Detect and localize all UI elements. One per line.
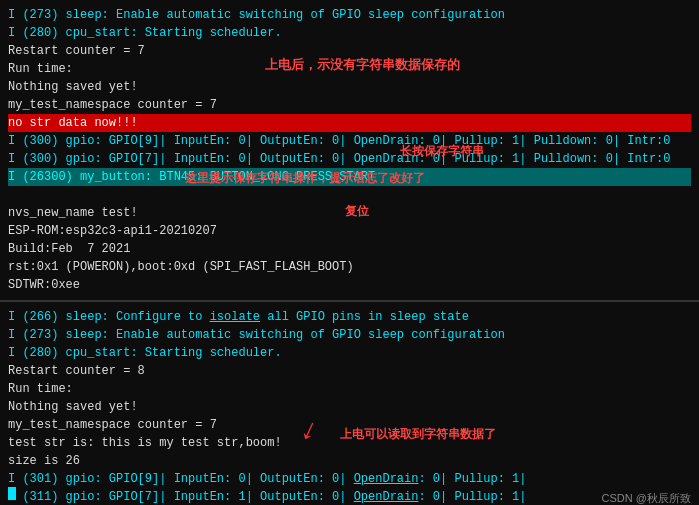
bottom-line-3: I (280) cpu_start: Starting scheduler. — [8, 344, 691, 362]
line-8: I (300) gpio: GPIO[9]| InputEn: 0| Outpu… — [8, 132, 691, 150]
line-11 — [8, 186, 691, 204]
bottom-line-4: Restart counter = 8 — [8, 362, 691, 380]
cursor-line — [8, 487, 16, 504]
terminal-bottom: I (266) sleep: Configure to isolate all … — [0, 302, 699, 505]
bottom-line-10: I (301) gpio: GPIO[9]| InputEn: 0| Outpu… — [8, 470, 691, 488]
bottom-line-8-teststr: test str is: this is my test str,boom! — [8, 434, 691, 452]
line-14-build: Build:Feb 7 2021 — [8, 240, 691, 258]
line-13-esp: ESP-ROM:esp32c3-api1-20210207 — [8, 222, 691, 240]
line-4: Run time: — [8, 60, 691, 78]
terminal-top: I (273) sleep: Enable automatic switchin… — [0, 0, 699, 302]
line-5: Nothing saved yet! — [8, 78, 691, 96]
bottom-line-9-size: size is 26 — [8, 452, 691, 470]
terminal-container: I (273) sleep: Enable automatic switchin… — [0, 0, 699, 505]
bottom-line-6: Nothing saved yet! — [8, 398, 691, 416]
bottom-line-1: I (266) sleep: Configure to isolate all … — [8, 308, 691, 326]
line-12-nvs: nvs_new_name test! — [8, 204, 691, 222]
isolate-word: isolate — [210, 310, 260, 324]
line-1: I (273) sleep: Enable automatic switchin… — [8, 6, 691, 24]
bottom-line-5: Run time: — [8, 380, 691, 398]
bottom-line-11: I (311) gpio: GPIO[7]| InputEn: 1| Outpu… — [8, 488, 691, 505]
line-2: I (280) cpu_start: Starting scheduler. — [8, 24, 691, 42]
line-9: I (300) gpio: GPIO[7]| InputEn: 0| Outpu… — [8, 150, 691, 168]
line-6: my_test_namespace counter = 7 — [8, 96, 691, 114]
line-10-button: I (26300) my_button: BTN45: BUTTON_LONG_… — [8, 168, 691, 186]
terminal-cursor — [8, 487, 16, 500]
watermark: CSDN @秋辰所致 — [602, 491, 691, 505]
line-7-no-str: no str data now!!! — [8, 114, 691, 132]
bottom-line-7: my_test_namespace counter = 7 — [8, 416, 691, 434]
line-15-rst: rst:0x1 (POWERON),boot:0xd (SPI_FAST_FLA… — [8, 258, 691, 276]
line-16-sdtwr: SDTWR:0xee — [8, 276, 691, 294]
bottom-line-2: I (273) sleep: Enable automatic switchin… — [8, 326, 691, 344]
line-3: Restart counter = 7 — [8, 42, 691, 60]
